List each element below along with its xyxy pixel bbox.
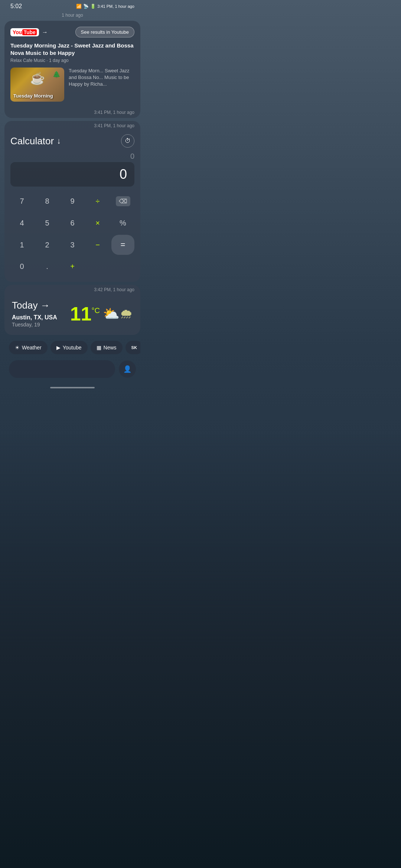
calculator-buttons: 7 8 9 ÷ ⌫ 4 5 6 × % 1 2 3 − = 0 — [10, 191, 134, 276]
weather-unit: °C — [92, 306, 100, 315]
weather-timestamp: 3:42 PM, 1 hour ago — [4, 285, 140, 292]
nav-item-news[interactable]: ▦ News — [91, 341, 123, 354]
calculator-timestamp: 3:41 PM, 1 hour ago — [4, 121, 140, 128]
calc-btn-3[interactable]: 3 — [61, 235, 84, 255]
calculator-minimize-icon: ↓ — [57, 136, 61, 146]
nav-item-weather[interactable]: ☀ Weather — [9, 341, 48, 354]
status-right-info: 📶 📡 🔋 3:41 PM, 1 hour ago — [76, 4, 134, 9]
weather-temperature: 11 — [70, 304, 92, 323]
weather-today-title[interactable]: Today → — [12, 300, 57, 311]
youtube-thumbnail[interactable]: ☕ 🌲 Tuesday Morning — [10, 68, 64, 102]
thumbnail-text: Tuesday Morning — [13, 93, 53, 99]
sk-nav-icon: SK — [131, 345, 137, 350]
calc-btn-2[interactable]: 2 — [36, 235, 59, 255]
avatar-icon: 👤 — [123, 365, 131, 373]
nav-item-youtube[interactable]: ▶ Youtube — [50, 341, 88, 354]
calc-btn-6[interactable]: 6 — [61, 214, 84, 233]
calc-btn-1[interactable]: 1 — [10, 235, 33, 255]
calculator-title: Calculator ↓ — [10, 135, 61, 147]
youtube-video-meta: Relax Cafe Music · 1 day ago — [10, 58, 134, 63]
calc-btn-8[interactable]: 8 — [36, 191, 59, 211]
news-nav-icon: ▦ — [97, 345, 101, 351]
bottom-navigation: ☀ Weather ▶ Youtube ▦ News SK — [4, 338, 140, 357]
calc-btn-divide[interactable]: ÷ — [86, 191, 109, 211]
youtube-content-area: ☕ 🌲 Tuesday Morning Tuesday Morn... Swee… — [10, 68, 134, 102]
youtube-card: YouTube → See results in Youtube Tuesday… — [4, 21, 140, 118]
weather-date: Tuesday, 19 — [12, 322, 57, 328]
youtube-nav-label: Youtube — [63, 345, 82, 351]
news-nav-label: News — [104, 345, 117, 351]
weather-card: 3:42 PM, 1 hour ago Today → Austin, TX, … — [4, 285, 140, 335]
calc-btn-equals[interactable]: = — [111, 235, 134, 255]
battery-icon: 🔋 — [90, 4, 96, 9]
calc-btn-multiply[interactable]: × — [86, 214, 109, 233]
home-indicator-bar — [50, 387, 95, 388]
weather-location: Austin, TX, USA — [12, 314, 57, 321]
avatar-button[interactable]: 👤 — [119, 361, 136, 378]
see-results-button[interactable]: See results in Youtube — [75, 27, 134, 37]
calculator-title-text: Calculator — [10, 135, 54, 147]
weather-condition-icon: ⛅🌧 — [103, 306, 133, 322]
calc-btn-0[interactable]: 0 — [10, 257, 33, 276]
weather-nav-label: Weather — [22, 345, 42, 351]
home-indicator — [4, 384, 140, 391]
weather-left-section: Today → Austin, TX, USA Tuesday, 19 — [12, 300, 57, 328]
calculator-history-button[interactable]: ⏱ — [121, 134, 134, 148]
calc-btn-7[interactable]: 7 — [10, 191, 33, 211]
youtube-video-title: Tuesday Morning Jazz - Sweet Jazz and Bo… — [10, 42, 134, 56]
weather-right-section: 11 °C ⛅🌧 — [70, 304, 133, 323]
youtube-description: Tuesday Morn... Sweet Jazz and Bossa No.… — [69, 68, 130, 87]
youtube-side-text: Tuesday Morn... Sweet Jazz and Bossa No.… — [69, 68, 134, 102]
signal-icon: 📡 — [83, 4, 89, 9]
thumbnail-pine-icon: 🌲 — [52, 70, 61, 79]
status-timestamp: 3:41 PM, 1 hour ago — [97, 4, 134, 9]
search-bar[interactable] — [9, 360, 115, 378]
calculator-header: Calculator ↓ ⏱ — [10, 134, 134, 148]
nav-item-sk[interactable]: SK — [125, 341, 140, 354]
weather-nav-icon: ☀ — [15, 345, 20, 351]
youtube-timestamp: 3:41 PM, 1 hour ago — [4, 108, 140, 115]
calc-btn-percent[interactable]: % — [111, 214, 134, 233]
yt-tube: Tube — [22, 29, 36, 35]
yt-you: You — [13, 29, 22, 35]
weather-arrow-icon: → — [40, 300, 50, 311]
calc-btn-backspace[interactable]: ⌫ — [111, 191, 134, 211]
calc-btn-4[interactable]: 4 — [10, 214, 33, 233]
backspace-icon: ⌫ — [116, 196, 130, 206]
calc-btn-9[interactable]: 9 — [61, 191, 84, 211]
youtube-nav-icon: ▶ — [56, 345, 61, 351]
status-time: 5:02 — [10, 3, 22, 10]
calculator-display: 0 — [10, 162, 134, 187]
calc-btn-subtract[interactable]: − — [86, 235, 109, 255]
weather-title-text: Today — [12, 300, 38, 311]
youtube-arrow-icon: → — [42, 29, 48, 36]
search-bar-area: 👤 — [4, 357, 140, 384]
youtube-card-header: YouTube → See results in Youtube — [10, 27, 134, 37]
wifi-icon: 📶 — [76, 4, 82, 9]
prev-notification: 1 hour ago — [4, 11, 140, 21]
youtube-logo[interactable]: YouTube → — [10, 28, 48, 36]
calc-empty-space — [86, 257, 134, 276]
calc-btn-add[interactable]: + — [61, 257, 84, 276]
calculator-card: 3:41 PM, 1 hour ago Calculator ↓ ⏱ 0 0 7… — [4, 121, 140, 282]
youtube-logo-icon: YouTube — [10, 28, 39, 36]
history-clock-icon: ⏱ — [125, 138, 131, 144]
calc-btn-5[interactable]: 5 — [36, 214, 59, 233]
thumbnail-cup-icon: ☕ — [30, 71, 45, 85]
calc-btn-dot[interactable]: . — [36, 257, 59, 276]
calculator-secondary-display: 0 — [10, 152, 134, 161]
status-bar: 5:02 📶 📡 🔋 3:41 PM, 1 hour ago — [4, 0, 140, 11]
